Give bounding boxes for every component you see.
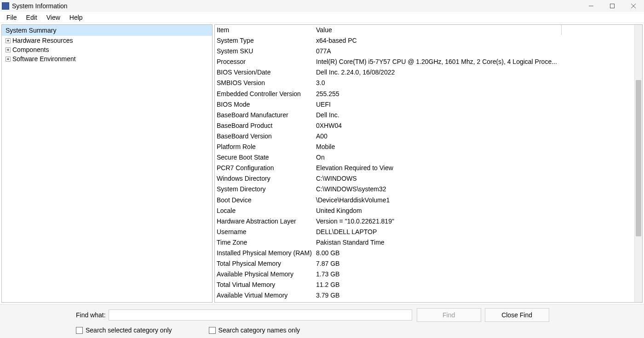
- cell-value: Dell Inc.: [316, 110, 634, 120]
- table-row[interactable]: Total Physical Memory7.87 GB: [215, 258, 634, 269]
- table-row[interactable]: BIOS ModeUEFI: [215, 99, 634, 110]
- cell-value: 077A: [316, 46, 634, 57]
- table-row[interactable]: Available Physical Memory1.73 GB: [215, 269, 634, 280]
- table-row[interactable]: Total Virtual Memory11.2 GB: [215, 280, 634, 290]
- column-divider[interactable]: [561, 25, 562, 35]
- cell-item: BIOS Mode: [215, 99, 316, 110]
- col-header-item[interactable]: Item: [215, 25, 316, 35]
- table-row[interactable]: BIOS Version/DateDell Inc. 2.24.0, 16/08…: [215, 67, 634, 78]
- menubar: File Edit View Help: [0, 12, 644, 23]
- cell-item: Boot Device: [215, 195, 316, 206]
- cell-item: PCR7 Configuration: [215, 163, 316, 173]
- table-row[interactable]: Embedded Controller Version255.255: [215, 89, 634, 99]
- col-header-value[interactable]: Value: [316, 25, 634, 35]
- expand-icon[interactable]: +: [6, 38, 11, 43]
- cell-item: Windows Directory: [215, 173, 316, 184]
- menu-edit[interactable]: Edit: [22, 12, 42, 23]
- find-label: Find what:: [76, 311, 106, 319]
- scrollbar-thumb[interactable]: [636, 80, 641, 236]
- column-headers[interactable]: Item Value: [215, 25, 634, 35]
- cell-item: Secure Boot State: [215, 152, 316, 163]
- checkbox-label: Search selected category only: [86, 327, 172, 334]
- table-row[interactable]: LocaleUnited Kingdom: [215, 206, 634, 216]
- tree-item-label: Hardware Resources: [12, 36, 73, 45]
- cell-value: On: [316, 152, 634, 163]
- main-split: System Summary + Hardware Resources + Co…: [0, 23, 644, 304]
- cell-value: Mobile: [316, 142, 634, 152]
- cell-item: Time Zone: [215, 237, 316, 248]
- cell-item: Available Virtual Memory: [215, 290, 316, 301]
- cell-value: x64-based PC: [316, 35, 634, 46]
- table-row[interactable]: Hardware Abstraction LayerVersion = "10.…: [215, 216, 634, 227]
- tree-item-hardware-resources[interactable]: + Hardware Resources: [2, 36, 212, 45]
- expand-icon[interactable]: +: [6, 47, 11, 52]
- cell-value: DELL\DELL LAPTOP: [316, 227, 634, 237]
- tree-item-label: Software Environment: [12, 54, 76, 63]
- cell-item: Processor: [215, 57, 316, 67]
- table-row[interactable]: UsernameDELL\DELL LAPTOP: [215, 227, 634, 237]
- table-row[interactable]: Secure Boot StateOn: [215, 152, 634, 163]
- table-row[interactable]: BaseBoard Product0XHW04: [215, 120, 634, 131]
- cell-value: Intel(R) Core(TM) i5-7Y57 CPU @ 1.20GHz,…: [316, 57, 634, 67]
- cell-item: Locale: [215, 206, 316, 216]
- cell-value: 0XHW04: [316, 120, 634, 131]
- table-row[interactable]: Boot Device\Device\HarddiskVolume1: [215, 195, 634, 206]
- search-category-names-checkbox[interactable]: Search category names only: [209, 327, 300, 334]
- cell-item: Total Physical Memory: [215, 258, 316, 269]
- cell-value: 255.255: [316, 89, 634, 99]
- cell-value: United Kingdom: [316, 206, 634, 216]
- cell-item: Username: [215, 227, 316, 237]
- tree-item-components[interactable]: + Components: [2, 45, 212, 54]
- table-row[interactable]: System SKU077A: [215, 46, 634, 57]
- find-button[interactable]: Find: [417, 308, 481, 322]
- table-row[interactable]: Platform RoleMobile: [215, 142, 634, 152]
- maximize-button[interactable]: [602, 0, 623, 12]
- table-row[interactable]: ProcessorIntel(R) Core(TM) i5-7Y57 CPU @…: [215, 57, 634, 67]
- cell-item: BaseBoard Version: [215, 131, 316, 142]
- minimize-button[interactable]: [581, 0, 602, 12]
- cell-value: 8.00 GB: [316, 248, 634, 258]
- table-row[interactable]: Windows DirectoryC:\WINDOWS: [215, 173, 634, 184]
- cell-value: 3.0: [316, 78, 634, 88]
- cell-item: BIOS Version/Date: [215, 67, 316, 78]
- menu-file[interactable]: File: [2, 12, 22, 23]
- tree-item-software-environment[interactable]: + Software Environment: [2, 54, 212, 63]
- cell-value: C:\WINDOWS\system32: [316, 184, 634, 195]
- table-row[interactable]: Installed Physical Memory (RAM)8.00 GB: [215, 248, 634, 258]
- search-selected-category-checkbox[interactable]: Search selected category only: [76, 327, 172, 334]
- cell-item: System SKU: [215, 46, 316, 57]
- cell-item: Hardware Abstraction Layer: [215, 216, 316, 227]
- checkbox-icon: [76, 327, 83, 334]
- checkbox-icon: [209, 327, 216, 334]
- menu-view[interactable]: View: [42, 12, 65, 23]
- cell-item: Installed Physical Memory (RAM): [215, 248, 316, 258]
- cell-item: BaseBoard Product: [215, 120, 316, 131]
- menu-help[interactable]: Help: [65, 12, 87, 23]
- cell-value: Dell Inc. 2.24.0, 16/08/2022: [316, 67, 634, 78]
- table-row[interactable]: BaseBoard ManufacturerDell Inc.: [215, 110, 634, 120]
- checkbox-label: Search category names only: [218, 327, 300, 334]
- cell-item: System Type: [215, 35, 316, 46]
- table-row[interactable]: BaseBoard VersionA00: [215, 131, 634, 142]
- table-row[interactable]: System Typex64-based PC: [215, 35, 634, 46]
- close-find-button[interactable]: Close Find: [485, 308, 549, 322]
- find-input[interactable]: [109, 309, 412, 321]
- cell-item: Platform Role: [215, 142, 316, 152]
- expand-icon[interactable]: +: [6, 57, 11, 62]
- details-list[interactable]: Item Value System Typex64-based PCSystem…: [215, 25, 634, 302]
- table-row[interactable]: PCR7 ConfigurationElevation Required to …: [215, 163, 634, 173]
- table-row[interactable]: Time ZonePakistan Standard Time: [215, 237, 634, 248]
- cell-value: 11.2 GB: [316, 280, 634, 290]
- category-tree[interactable]: System Summary + Hardware Resources + Co…: [1, 24, 213, 303]
- vertical-scrollbar[interactable]: [634, 25, 642, 302]
- tree-item-label: Components: [12, 45, 49, 54]
- cell-item: System Directory: [215, 184, 316, 195]
- table-row[interactable]: SMBIOS Version3.0: [215, 78, 634, 88]
- table-row[interactable]: Available Virtual Memory3.79 GB: [215, 290, 634, 301]
- table-row[interactable]: System DirectoryC:\WINDOWS\system32: [215, 184, 634, 195]
- cell-value: C:\WINDOWS: [316, 173, 634, 184]
- cell-value: 1.73 GB: [316, 269, 634, 280]
- close-button[interactable]: [623, 0, 644, 12]
- cell-item: SMBIOS Version: [215, 78, 316, 88]
- tree-root-system-summary[interactable]: System Summary: [2, 25, 212, 36]
